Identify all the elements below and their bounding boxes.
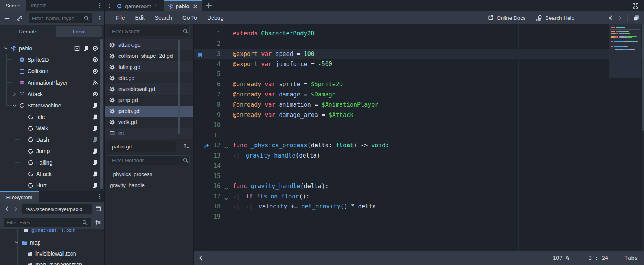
- code-line-2[interactable]: 2: [194, 39, 642, 49]
- filesystem-filter-input[interactable]: [3, 217, 91, 228]
- method-item-_physics_process[interactable]: _physics_process: [105, 169, 193, 180]
- script-toggle-icon[interactable]: [92, 102, 98, 109]
- scene-tab-gameroom[interactable]: gameroom_1: [112, 1, 162, 11]
- scene-menu-dots-icon[interactable]: [97, 2, 103, 9]
- menu-go-to[interactable]: Go To: [177, 15, 202, 21]
- scene-toolbar-dots-icon[interactable]: [97, 15, 103, 21]
- code-line-1[interactable]: 1extends CharacterBody2D: [194, 28, 642, 39]
- scene-tab-pablo[interactable]: pablo: [164, 0, 202, 11]
- add-node-icon[interactable]: [4, 15, 10, 21]
- script-toggle-icon[interactable]: [92, 148, 98, 154]
- scripts-panel-collapse-button[interactable]: [198, 255, 204, 261]
- code-line-4[interactable]: 4@export var jumpforce = -500: [194, 59, 642, 69]
- collapse-scripts-panel-icon[interactable]: [198, 255, 204, 261]
- expand-icon[interactable]: [632, 2, 639, 9]
- scene-node-attack[interactable]: Attack: [0, 88, 104, 100]
- script-toggle-icon[interactable]: [92, 137, 98, 143]
- scene-node-pablo[interactable]: pablo: [0, 43, 104, 54]
- scene-node-statemachine[interactable]: StateMachine: [0, 100, 104, 111]
- file-item-invisiblewall-tscn[interactable]: invisiblewall.tscn: [0, 248, 104, 259]
- fold-icon[interactable]: [224, 186, 229, 191]
- menu-file[interactable]: File: [111, 15, 130, 21]
- method-item-gravity_handle[interactable]: gravity_handle: [105, 180, 193, 191]
- onair-toggle-icon[interactable]: [92, 80, 98, 86]
- sort-scripts-icon[interactable]: [183, 143, 190, 149]
- eye-toggle-icon[interactable]: [92, 57, 98, 63]
- indent-type[interactable]: Tabs: [618, 255, 644, 261]
- eye-toggle-icon[interactable]: [92, 45, 98, 52]
- script-toggle-icon[interactable]: [92, 114, 98, 120]
- make-floating-icon[interactable]: [633, 14, 640, 22]
- code-line-18[interactable]: 18›|›|velocity += get_gravity() * delta: [194, 201, 642, 211]
- script-list-scrollbar[interactable]: [178, 40, 180, 134]
- script-toggle-icon[interactable]: [92, 159, 98, 166]
- tree-collapse-icon[interactable]: [14, 240, 20, 245]
- scene-node-collision[interactable]: Collision: [0, 65, 104, 77]
- script-toggle-icon[interactable]: [92, 182, 98, 189]
- new-scene-tab-icon[interactable]: [205, 2, 212, 9]
- script-toggle-icon[interactable]: [92, 171, 98, 177]
- fold-icon[interactable]: [224, 196, 229, 202]
- scene-filter-input[interactable]: [28, 13, 92, 24]
- history-back-button[interactable]: [608, 15, 614, 21]
- tree-collapse-icon[interactable]: [3, 46, 9, 51]
- remote-toggle[interactable]: Remote: [9, 26, 47, 37]
- minimap[interactable]: [609, 24, 641, 251]
- code-line-5[interactable]: 5: [194, 69, 642, 79]
- menu-search[interactable]: Search: [150, 15, 177, 21]
- sort-files-icon[interactable]: [95, 219, 101, 226]
- eye-toggle-icon[interactable]: [92, 91, 98, 97]
- filesystem-menu-dots-icon[interactable]: [97, 193, 103, 200]
- script-name-box[interactable]: [109, 141, 176, 152]
- local-toggle[interactable]: Local: [56, 26, 102, 37]
- script-editor-dots-icon[interactable]: [106, 3, 112, 9]
- scene-tree-scrollbar[interactable]: [100, 38, 103, 191]
- float-window-button[interactable]: [633, 14, 640, 22]
- filter-methods-input[interactable]: [109, 155, 190, 165]
- fold-icon[interactable]: [224, 145, 229, 150]
- tab-filesystem[interactable]: FileSystem: [0, 192, 39, 202]
- scene-node-falling[interactable]: Falling: [0, 157, 104, 168]
- script-history-forward-icon[interactable]: [617, 15, 623, 21]
- instance-scene-icon[interactable]: [17, 15, 23, 22]
- tree-collapse-icon[interactable]: [12, 103, 17, 108]
- nav-forward-icon[interactable]: [13, 206, 18, 212]
- instance-toggle-icon[interactable]: [74, 45, 80, 52]
- file-item-map_manager-tscn[interactable]: map_manager.tscn: [0, 259, 104, 265]
- file-item-map[interactable]: map: [0, 237, 104, 248]
- code-line-17[interactable]: 17›|if !is_on_floor():: [194, 191, 642, 202]
- scene-node-hurt[interactable]: Hurt: [0, 180, 104, 191]
- tab-scene[interactable]: Scene: [0, 0, 26, 11]
- tab-import[interactable]: Import: [31, 2, 46, 8]
- code-line-15[interactable]: 15: [194, 171, 642, 181]
- eye-toggle-icon[interactable]: [92, 68, 98, 74]
- menu-edit[interactable]: Edit: [130, 15, 150, 21]
- scene-node-animationplayer[interactable]: AnimationPlayer: [0, 77, 104, 88]
- scene-node-dash[interactable]: Dash: [0, 134, 104, 145]
- focus-path-icon[interactable]: [95, 206, 101, 212]
- code-line-13[interactable]: 13›|gravity_handle(delta): [194, 150, 642, 161]
- code-line-6[interactable]: 6@onready var sprite = $Sprite2D: [194, 79, 642, 89]
- filesystem-path-input[interactable]: [22, 204, 92, 214]
- close-tab-icon[interactable]: [193, 4, 198, 9]
- code-line-11[interactable]: 11: [194, 130, 642, 141]
- tree-expand-icon[interactable]: [12, 91, 17, 97]
- code-line-8[interactable]: 8@onready var animation = $AnimationPlay…: [194, 100, 642, 110]
- code-line-10[interactable]: 10: [194, 120, 642, 130]
- code-line-3[interactable]: 3@export var speed = 100: [194, 49, 642, 59]
- search-help-button[interactable]: DOC Search Help: [536, 15, 574, 21]
- code-scrollbar[interactable]: [642, 24, 644, 251]
- code-line-19[interactable]: 19: [194, 211, 642, 222]
- cursor-position[interactable]: 3 : 24: [579, 255, 618, 261]
- scene-node-jump[interactable]: Jump: [0, 145, 104, 157]
- code-line-14[interactable]: 14: [194, 161, 642, 171]
- scene-node-walk[interactable]: Walk: [0, 122, 104, 134]
- nav-back-icon[interactable]: [4, 206, 10, 212]
- script-history-back-icon[interactable]: [608, 15, 614, 21]
- history-forward-button[interactable]: [617, 15, 623, 21]
- code-line-16[interactable]: 16func gravity_handle(delta):: [194, 181, 642, 191]
- code-line-12[interactable]: 12func _physics_process(delta: float) ->…: [194, 140, 642, 150]
- scene-node-attack[interactable]: Attack: [0, 168, 104, 180]
- code-editor[interactable]: 1extends CharacterBody2D23@export var sp…: [194, 24, 644, 251]
- file-item-gameroom_1-tscn[interactable]: gameroom_1.tscn: [0, 229, 104, 235]
